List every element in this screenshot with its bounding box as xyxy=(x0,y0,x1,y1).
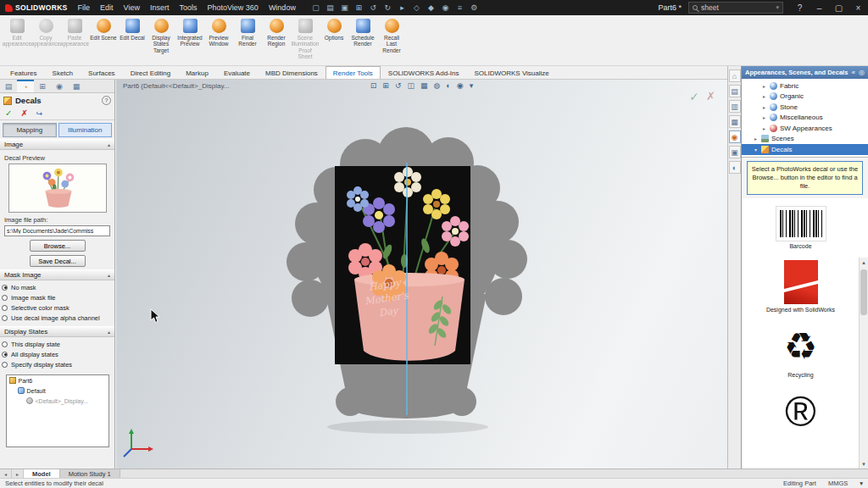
quick-access-icon[interactable]: ◉ xyxy=(439,2,452,14)
display-state-option-radio[interactable]: This display state xyxy=(2,339,113,349)
mask-option-radio[interactable]: Image mask file xyxy=(2,292,113,302)
scrollbar[interactable]: ▲ ▼ xyxy=(859,258,868,469)
pin-icon[interactable]: ◎ xyxy=(859,69,865,76)
expand-arrow-icon[interactable]: ▸ xyxy=(761,83,767,89)
document-tab[interactable]: Motion Study 1 xyxy=(60,469,120,478)
task-pane-tab-icon[interactable]: ⌂ xyxy=(729,69,741,82)
decal-thumbnail[interactable]: ® xyxy=(775,389,827,437)
mask-option-radio[interactable]: Selective color mask xyxy=(2,302,113,313)
ribbon-button[interactable]: Scene Illumination Proof Sheet xyxy=(291,15,320,65)
ribbon-button[interactable]: Paste appearance xyxy=(60,15,89,65)
tree-item[interactable]: ▾ Decals xyxy=(742,144,868,155)
search-input[interactable] xyxy=(701,3,760,12)
browse-button[interactable]: Browse... xyxy=(30,240,86,252)
ribbon-tab[interactable]: Direct Editing xyxy=(123,66,179,79)
manager-tab-icon[interactable]: ⊞ xyxy=(34,80,51,92)
tree-item[interactable]: ▸ Miscellaneous xyxy=(742,113,868,124)
scroll-up-icon[interactable]: ▲ xyxy=(860,258,868,267)
decal-tab[interactable]: Illumination xyxy=(58,123,113,137)
image-group-header[interactable]: Image ▴ xyxy=(0,139,114,150)
task-pane-tab-icon[interactable]: ▤ xyxy=(729,85,741,97)
quick-access-icon[interactable]: ≡ xyxy=(453,2,466,14)
menu-item[interactable]: PhotoView 360 xyxy=(202,0,263,15)
collapse-icon[interactable]: « xyxy=(852,69,855,76)
task-pane-tab-icon[interactable]: ▣ xyxy=(729,146,741,158)
ribbon-tab[interactable]: Surfaces xyxy=(81,66,123,79)
decal-thumbnail[interactable]: Designed with SolidWorks xyxy=(766,260,835,313)
tree-item[interactable]: ▸ Scenes xyxy=(742,134,868,145)
mask-option-radio[interactable]: No mask xyxy=(2,282,113,292)
expand-arrow-icon[interactable]: ▾ xyxy=(753,147,759,152)
quick-access-icon[interactable]: ↻ xyxy=(381,2,394,14)
ribbon-button[interactable]: Recall Last Render xyxy=(377,15,406,65)
graphics-area[interactable]: Part6 (Default<<Default>_Display... ⊡⊞↺◫… xyxy=(116,80,727,469)
tree-row[interactable]: Part6 xyxy=(7,375,108,385)
task-pane-tab-icon[interactable]: ▦ xyxy=(729,115,741,128)
ribbon-button[interactable]: Edit appearance xyxy=(3,15,31,65)
quick-access-icon[interactable]: ⊞ xyxy=(353,2,365,14)
status-indicator[interactable]: MMGS xyxy=(828,480,848,487)
quick-access-icon[interactable]: ▸ xyxy=(396,2,409,14)
menu-item[interactable]: Edit xyxy=(95,0,119,15)
menu-item[interactable]: Window xyxy=(264,0,301,15)
display-states-group-header[interactable]: Display States ▴ xyxy=(0,326,114,337)
help-button[interactable]: ? xyxy=(790,0,810,15)
ok-button[interactable]: ✓ xyxy=(5,109,12,118)
tree-row[interactable]: <Default>_Display... xyxy=(7,396,108,406)
status-indicator[interactable]: Editing Part xyxy=(783,480,816,487)
scroll-down-icon[interactable]: ▼ xyxy=(860,459,868,469)
save-decal-button[interactable]: Save Decal... xyxy=(30,255,86,267)
menu-item[interactable]: Insert xyxy=(145,0,175,15)
ribbon-tab[interactable]: Sketch xyxy=(45,66,81,79)
manager-tab-icon[interactable]: ▦ xyxy=(68,80,85,92)
quick-access-icon[interactable]: ▣ xyxy=(338,2,351,14)
tree-item[interactable]: ▸ SW Appearances xyxy=(742,123,868,134)
search-box[interactable]: ▾ xyxy=(688,2,783,14)
help-icon[interactable]: ? xyxy=(102,96,111,105)
view-toolbar-icon[interactable]: ◫ xyxy=(407,80,415,91)
display-state-option-radio[interactable]: Specify display states xyxy=(2,359,113,369)
ribbon-button[interactable]: Options xyxy=(320,15,348,65)
quick-access-icon[interactable]: ⚙ xyxy=(468,2,481,14)
status-indicator[interactable]: ▾ xyxy=(860,480,863,487)
menu-item[interactable]: View xyxy=(119,0,145,15)
ribbon-button[interactable]: Schedule Render xyxy=(348,15,377,65)
tab-scroll-left-icon[interactable]: ◂ xyxy=(0,469,12,478)
manager-tab-icon[interactable]: ▤ xyxy=(0,80,17,92)
ribbon-button[interactable]: Render Region xyxy=(262,15,291,65)
quick-access-icon[interactable]: ◇ xyxy=(410,2,423,14)
ribbon-button[interactable]: Preview Window xyxy=(204,15,233,65)
task-pane-tab-icon[interactable]: ◐ xyxy=(729,161,741,174)
cancel-button[interactable]: ✗ xyxy=(20,109,27,118)
decal-tab[interactable]: Mapping xyxy=(3,123,57,137)
mask-option-radio[interactable]: Use decal image alpha channel xyxy=(2,313,113,323)
task-pane-tab-icon[interactable]: ▥ xyxy=(729,100,741,113)
ribbon-button[interactable]: Display States Target xyxy=(147,15,175,65)
quick-access-icon[interactable]: ↺ xyxy=(367,2,380,14)
image-file-path-input[interactable] xyxy=(4,225,110,236)
ribbon-tab[interactable]: Features xyxy=(3,66,45,79)
expand-arrow-icon[interactable]: ▸ xyxy=(761,93,767,99)
expand-arrow-icon[interactable]: ▸ xyxy=(761,114,767,120)
confirm-cancel-icon[interactable]: ✗ xyxy=(706,90,715,103)
tree-item[interactable]: ▸ Stone xyxy=(742,102,868,113)
close-button[interactable]: × xyxy=(849,0,868,15)
maximize-button[interactable]: ▢ xyxy=(829,0,849,15)
keep-visible-icon[interactable]: ↪ xyxy=(36,110,43,118)
ribbon-button[interactable]: Edit Scene xyxy=(89,15,118,65)
ribbon-tab[interactable]: SOLIDWORKS Visualize xyxy=(466,66,556,79)
view-toolbar-icon[interactable]: ◉ xyxy=(457,80,464,91)
tree-row[interactable]: Default xyxy=(7,385,108,396)
menu-item[interactable]: File xyxy=(73,0,96,15)
view-toolbar-icon[interactable]: ◍ xyxy=(433,80,440,91)
quick-access-icon[interactable]: ◆ xyxy=(425,2,437,14)
expand-arrow-icon[interactable]: ▸ xyxy=(753,136,759,141)
ribbon-button[interactable]: Final Render xyxy=(233,15,262,65)
mask-image-group-header[interactable]: Mask Image ▴ xyxy=(0,269,114,280)
ribbon-tab[interactable]: MBD Dimensions xyxy=(258,66,326,79)
menu-item[interactable]: Tools xyxy=(174,0,202,15)
ribbon-button[interactable]: Integrated Preview xyxy=(175,15,204,65)
quick-access-icon[interactable]: ▤ xyxy=(324,2,337,14)
quick-access-icon[interactable]: ▢ xyxy=(309,2,322,14)
view-toolbar-icon[interactable]: ▾ xyxy=(470,80,474,91)
